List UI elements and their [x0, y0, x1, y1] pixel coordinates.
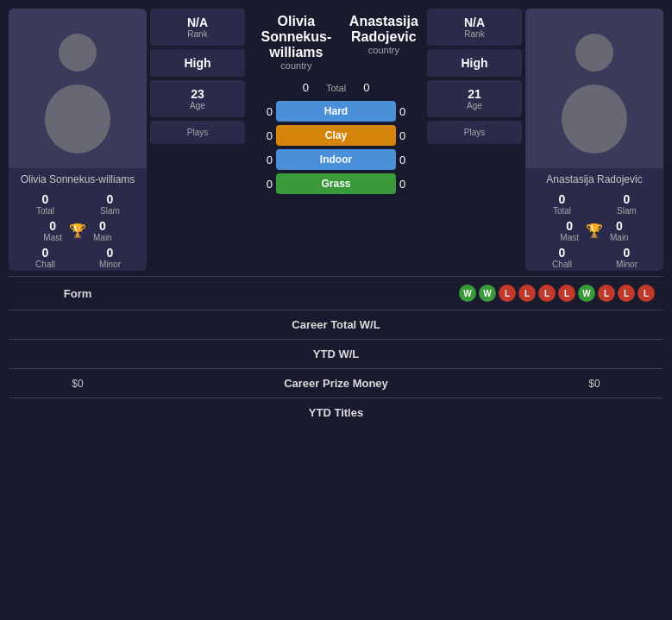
rl-player1-age: 23 Age [150, 80, 245, 117]
rl-form-row: Form WWLLLLWLLL [9, 276, 663, 310]
rl-prize-label: Career Prize Money [138, 377, 534, 390]
rl-indoor-right: 0 [399, 153, 424, 166]
rl-trophy-left: 🏆 [69, 222, 86, 239]
rl-ytd-wl-label: YTD W/L [138, 348, 534, 360]
svg-point-5 [45, 85, 110, 153]
rl-grass-btn[interactable]: Grass [276, 173, 396, 194]
rl-player1-photo: Olivia Sonnekus-williams 0Total 0Slam 0M… [9, 9, 147, 271]
rl-player2-plays-lbl: Plays [432, 128, 517, 137]
rl-form-badge: L [598, 285, 615, 302]
rl-player1-stats2: 0Chall 0Minor [9, 244, 147, 271]
rl-grass-left: 0 [248, 178, 273, 191]
rl-player1-avatar [9, 9, 147, 168]
rl-player1-plays-lbl: Plays [155, 128, 240, 137]
rl-grass-row: 0 Grass 0 [248, 173, 424, 194]
rl-clay-row: 0 Clay 0 [248, 125, 424, 146]
rl-hard-left: 0 [248, 105, 273, 118]
rl-form-badge: W [578, 285, 595, 302]
rl-player1-trophy: 0Mast 🏆 0Main [9, 217, 147, 244]
rl-total-lbl: Total [326, 83, 346, 93]
svg-point-6 [575, 34, 613, 72]
rl-player2-rank: N/A Rank [427, 9, 522, 46]
rl-names: Olivia Sonnekus-williams country Anastas… [248, 9, 424, 78]
rl-player2-name: Anastasija Radojevic [525, 168, 663, 191]
rl-player1-plays: Plays [150, 121, 245, 144]
rl-player2-stats1: 0Total 0Slam [525, 191, 663, 217]
rl-prize-left: $0 [17, 378, 138, 390]
rl-player2-stats2: 0Chall 0Minor [525, 244, 663, 271]
rl-player2-photo: Anastasija Radojevic 0Total 0Slam 0Mast … [525, 9, 663, 271]
rl-p2-hname: Anastasija Radojevic [344, 14, 424, 45]
rl-player2-rank-val: N/A [432, 16, 517, 29]
rl-player1-stats1: 0Total 0Slam [9, 191, 147, 217]
rl-player1-rank-val: N/A [155, 16, 240, 29]
rl-player2-trophy: 0Mast 🏆 0Main [525, 217, 663, 244]
rl-trophy-right: 🏆 [586, 222, 603, 239]
rl-indoor-btn[interactable]: Indoor [276, 149, 396, 170]
real-layout: Olivia Sonnekus-williams 0Total 0Slam 0M… [0, 0, 672, 435]
rl-top: Olivia Sonnekus-williams 0Total 0Slam 0M… [9, 9, 663, 271]
rl-form-badge: W [459, 285, 476, 302]
rl-player2-high-val: High [432, 56, 517, 70]
rl-player1-rank: N/A Rank [150, 9, 245, 46]
svg-point-4 [59, 34, 97, 72]
rl-career-wl-label: Career Total W/L [138, 318, 534, 331]
rl-clay-right: 0 [399, 129, 424, 142]
rl-career-wl-row: Career Total W/L [9, 310, 663, 339]
rl-player1-info: N/A Rank High 23 Age Plays [150, 9, 245, 144]
rl-player2-plays: Plays [427, 121, 522, 144]
rl-bottom: Form WWLLLLWLLL Career Total W/L YTD W/L… [9, 276, 663, 427]
rl-player2-age-val: 21 [432, 87, 517, 101]
rl-player2-high: High [427, 49, 522, 77]
rl-total-left: 0 [303, 81, 309, 94]
rl-ytd-titles-label: YTD Titles [138, 406, 534, 419]
rl-player1-high-val: High [155, 56, 240, 70]
rl-indoor-left: 0 [248, 153, 273, 166]
rl-ytd-titles-row: YTD Titles [9, 398, 663, 427]
rl-hard-row: 0 Hard 0 [248, 101, 424, 122]
rl-form-badge: L [637, 285, 655, 302]
rl-form-badge: L [499, 285, 516, 302]
rl-clay-btn[interactable]: Clay [276, 125, 396, 146]
rl-prize-right: $0 [534, 378, 655, 390]
rl-clay-left: 0 [248, 129, 273, 142]
rl-player2-info: N/A Rank High 21 Age Plays [427, 9, 522, 144]
rl-player2-age-lbl: Age [432, 101, 517, 110]
rl-indoor-row: 0 Indoor 0 [248, 149, 424, 170]
rl-player2-age: 21 Age [427, 80, 522, 117]
rl-p1-country: country [248, 60, 344, 71]
rl-center: Olivia Sonnekus-williams country Anastas… [248, 9, 424, 194]
rl-player1-age-val: 23 [155, 87, 240, 101]
rl-form-badge: W [479, 285, 496, 302]
rl-hard-right: 0 [399, 105, 424, 118]
rl-form-badge: L [518, 285, 536, 302]
rl-form-badges: WWLLLLWLLL [459, 285, 655, 302]
rl-player2-header: Anastasija Radojevic country [344, 14, 424, 71]
rl-grass-right: 0 [399, 178, 424, 191]
rl-form-label: Form [17, 287, 138, 300]
rl-p2-country: country [344, 45, 424, 55]
rl-total-right: 0 [363, 81, 369, 94]
rl-player1-header: Olivia Sonnekus-williams country [248, 14, 344, 71]
rl-player1-name: Olivia Sonnekus-williams [9, 168, 147, 191]
rl-srows: 0 Total 0 0 Hard 0 0 Clay 0 0 Indoor [248, 78, 424, 194]
rl-total-row: 0 Total 0 [248, 78, 424, 97]
rl-prize-row: $0 Career Prize Money $0 [9, 368, 663, 398]
rl-hard-btn[interactable]: Hard [276, 101, 396, 122]
rl-p1-hname: Olivia Sonnekus-williams [248, 14, 344, 60]
svg-point-7 [562, 85, 627, 153]
rl-player1-rank-lbl: Rank [155, 29, 240, 39]
rl-ytd-wl-row: YTD W/L [9, 339, 663, 368]
rl-player2-rank-lbl: Rank [432, 29, 517, 39]
rl-player1-high: High [150, 49, 245, 77]
rl-form-badge: L [538, 285, 556, 302]
rl-form-badge: L [618, 285, 635, 302]
rl-player1-age-lbl: Age [155, 101, 240, 110]
rl-player2-avatar [525, 9, 663, 168]
rl-form-badge: L [558, 285, 575, 302]
